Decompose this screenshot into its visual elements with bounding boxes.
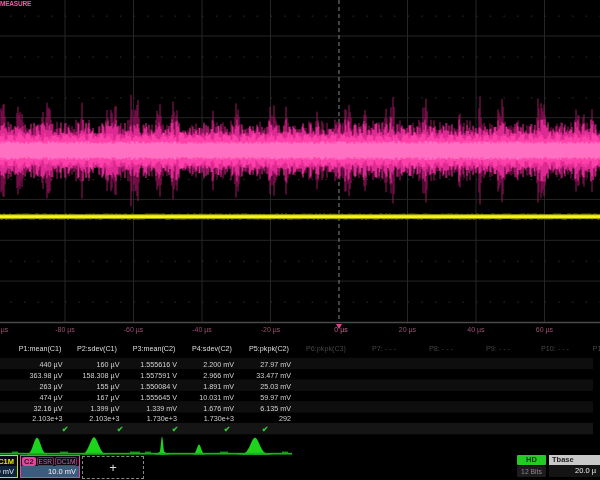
svg-text:1.730e+3: 1.730e+3 [204, 414, 234, 423]
svg-text:40 µs: 40 µs [467, 326, 485, 334]
svg-text:P1: P1 [593, 344, 600, 353]
svg-text:P3:mean(C2): P3:mean(C2) [133, 344, 176, 353]
svg-text:20 µs: 20 µs [399, 326, 417, 334]
svg-text:1.339 mV: 1.339 mV [146, 404, 177, 413]
svg-text:P10: - - -: P10: - - - [541, 344, 570, 353]
svg-text:263 µV: 263 µV [40, 382, 63, 391]
svg-text:P6:pkpk(C3): P6:pkpk(C3) [306, 344, 346, 353]
svg-text:155 µV: 155 µV [97, 382, 120, 391]
svg-text:440 µV: 440 µV [40, 360, 63, 369]
svg-text:2.966 mV: 2.966 mV [203, 371, 234, 380]
svg-text:✔: ✔ [224, 425, 231, 434]
svg-text:2.200 mV: 2.200 mV [203, 360, 234, 369]
svg-text:✔: ✔ [117, 425, 124, 434]
svg-text:1.557591 V: 1.557591 V [140, 371, 177, 380]
svg-text:25.03 mV: 25.03 mV [260, 382, 291, 391]
svg-text:363.98 µV: 363.98 µV [30, 371, 63, 380]
svg-text:P9: - - -: P9: - - - [486, 344, 511, 353]
svg-text:10.031 mV: 10.031 mV [199, 393, 234, 402]
svg-text:27.97 mV: 27.97 mV [260, 360, 291, 369]
svg-text:-40 µs: -40 µs [192, 326, 212, 334]
svg-text:32.16 µV: 32.16 µV [34, 404, 63, 413]
svg-text:60 µs: 60 µs [536, 326, 554, 334]
svg-text:P2:sdev(C1): P2:sdev(C1) [77, 344, 117, 353]
svg-text:P7: - - -: P7: - - - [372, 344, 397, 353]
svg-text:1.891 mV: 1.891 mV [203, 382, 234, 391]
svg-text:P1:mean(C1): P1:mean(C1) [19, 344, 62, 353]
svg-text:160 µV: 160 µV [97, 360, 120, 369]
svg-text:✔: ✔ [262, 425, 269, 434]
svg-text:1.399 µV: 1.399 µV [91, 404, 120, 413]
svg-text:2.103e+3: 2.103e+3 [32, 414, 62, 423]
svg-text:33.477 mV: 33.477 mV [256, 371, 291, 380]
svg-text:P8: - - -: P8: - - - [429, 344, 454, 353]
svg-text:6.135 mV: 6.135 mV [260, 404, 291, 413]
svg-text:1.730e+3: 1.730e+3 [147, 414, 177, 423]
svg-text:59.97 mV: 59.97 mV [260, 393, 291, 402]
svg-text:-100 µs: -100 µs [0, 326, 9, 334]
svg-text:474 µV: 474 µV [40, 393, 63, 402]
svg-text:158.308 µV: 158.308 µV [83, 371, 120, 380]
svg-text:1.555645 V: 1.555645 V [140, 393, 177, 402]
svg-text:1.550084 V: 1.550084 V [140, 382, 177, 391]
svg-text:-20 µs: -20 µs [261, 326, 281, 334]
svg-text:2.103e+3: 2.103e+3 [89, 414, 119, 423]
svg-text:✔: ✔ [62, 425, 69, 434]
svg-text:P4:sdev(C2): P4:sdev(C2) [192, 344, 232, 353]
svg-text:167 µV: 167 µV [97, 393, 120, 402]
svg-text:0 µs: 0 µs [334, 326, 348, 334]
svg-text:-60 µs: -60 µs [124, 326, 144, 334]
svg-text:292: 292 [279, 414, 291, 423]
svg-text:✔: ✔ [172, 425, 179, 434]
svg-text:1.676 mV: 1.676 mV [203, 404, 234, 413]
svg-text:P5:pkpk(C2): P5:pkpk(C2) [249, 344, 289, 353]
svg-text:-80 µs: -80 µs [55, 326, 75, 334]
svg-text:1.555616 V: 1.555616 V [140, 360, 177, 369]
